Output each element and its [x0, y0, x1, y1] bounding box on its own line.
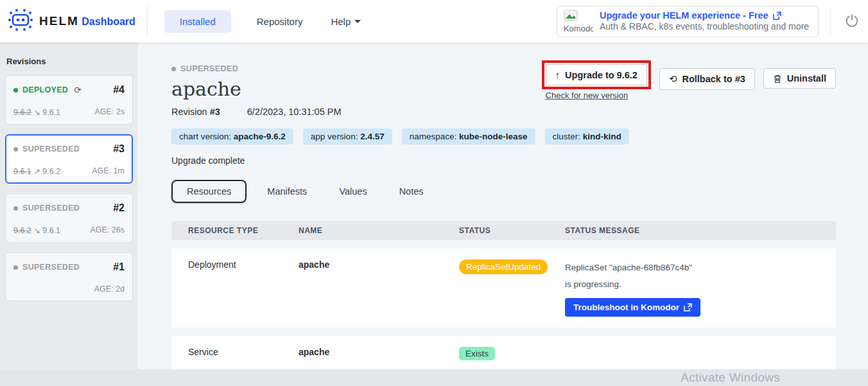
- rollback-button[interactable]: ⟲ Rollback to #3: [659, 68, 755, 90]
- app-version-badge: app version: 2.4.57: [303, 128, 392, 145]
- release-status-text: Upgrade complete: [171, 155, 836, 166]
- komodor-alt-text: Komodor: [564, 24, 593, 33]
- uninstall-button[interactable]: Uninstall: [763, 68, 836, 89]
- old-version: 9.6.2: [13, 226, 31, 235]
- namespace-badge: namespace: kube-node-lease: [402, 128, 535, 145]
- status-dot: [171, 67, 176, 71]
- chart-version-badge: chart version: apache-9.6.2: [171, 128, 293, 145]
- version-change: 9.6.1 ↗ 9.6.2: [13, 166, 60, 176]
- resources-table: RESOURCE TYPE NAME STATUS STATUS MESSAGE…: [171, 221, 836, 369]
- header-divider: [830, 8, 831, 35]
- revision-age: AGE: 2s: [94, 107, 125, 117]
- new-version: 9.6.1: [42, 226, 60, 235]
- resource-type: Deployment: [188, 259, 299, 270]
- logo-title: HELM: [39, 14, 79, 28]
- revision-card-2[interactable]: SUPERSEDED #2 9.6.2 ↘ 9.6.1 AGE: 26s: [5, 193, 133, 243]
- header-right: Komodor Upgrade your HELM experience - F…: [557, 6, 868, 37]
- revision-card-1[interactable]: SUPERSEDED #1 AGE: 2d: [5, 252, 133, 301]
- release-head-left: SUPERSEDED apache Revision #3 6/2/2023, …: [171, 64, 342, 117]
- status-dot: [13, 206, 18, 211]
- troubleshoot-button[interactable]: Troubleshoot in Komodor: [565, 298, 700, 317]
- broken-image-icon: [564, 10, 578, 21]
- power-icon: [845, 13, 859, 28]
- new-version: 9.6.2: [42, 167, 60, 176]
- version-change: 9.6.2 ↘ 9.6.1: [13, 107, 60, 117]
- revision-number: #4: [113, 84, 125, 96]
- helm-logo[interactable]: HELM Dashboard: [0, 6, 148, 36]
- top-header: HELM Dashboard Installed Repository Help: [0, 0, 868, 42]
- revision-info: Revision #3: [171, 107, 220, 117]
- table-row: Deployment apache ReplicaSetUpdated Repl…: [171, 249, 836, 328]
- up-arrow-icon: ↑: [555, 69, 560, 80]
- release-actions: ↑ Upgrade to 9.6.2 Check for new version…: [542, 64, 836, 100]
- uninstall-label: Uninstall: [787, 73, 826, 83]
- rollback-icon: ⟲: [669, 73, 677, 85]
- tab-manifests[interactable]: Manifests: [256, 180, 318, 202]
- status-label: SUPERSEDED: [22, 263, 80, 272]
- helm-robot-icon: [8, 8, 33, 35]
- tab-resources[interactable]: Resources: [171, 180, 247, 203]
- main-nav: Installed Repository Help: [164, 10, 363, 33]
- downgrade-arrow-icon: ↘: [33, 108, 40, 117]
- table-row: Service apache Exists: [171, 336, 836, 369]
- release-status-label: SUPERSEDED: [180, 64, 238, 73]
- activate-windows-watermark: Activate Windows: [681, 371, 780, 385]
- banner-title-link[interactable]: Upgrade your HELM experience - Free: [600, 10, 809, 21]
- col-resource-type: RESOURCE TYPE: [188, 226, 299, 235]
- red-annotation-box: ↑ Upgrade to 9.6.2: [542, 60, 651, 89]
- old-version: 9.6.1: [13, 167, 31, 176]
- revision-number: #3: [113, 143, 125, 155]
- tab-values[interactable]: Values: [327, 180, 378, 202]
- status-dot: [13, 88, 18, 92]
- revision-card-3-selected[interactable]: SUPERSEDED #3 9.6.1 ↗ 9.6.2 AGE: 1m: [5, 134, 133, 184]
- revision-number: #2: [113, 202, 125, 214]
- komodor-banner[interactable]: Komodor Upgrade your HELM experience - F…: [557, 6, 819, 37]
- revision-status: SUPERSEDED: [13, 204, 80, 213]
- revisions-sidebar: Revisions DEPLOYED ⟳ #4 9.6.2 ↘ 9.6.1: [0, 42, 138, 369]
- tab-notes[interactable]: Notes: [388, 180, 435, 202]
- banner-subtitle: Auth & RBAC, k8s events, troubleshooting…: [600, 21, 809, 31]
- reload-icon: ⟳: [74, 85, 82, 95]
- status-badge: ReplicaSetUpdated: [459, 259, 548, 274]
- revisions-title: Revisions: [6, 57, 133, 66]
- version-change: 9.6.2 ↘ 9.6.1: [13, 225, 60, 235]
- banner-title-text: Upgrade your HELM experience - Free: [600, 10, 768, 21]
- status-dot: [13, 147, 18, 152]
- revision-card-4[interactable]: DEPLOYED ⟳ #4 9.6.2 ↘ 9.6.1 AGE: 2s: [5, 75, 133, 125]
- status-label: SUPERSEDED: [22, 204, 80, 213]
- upgrade-arrow-icon: ↗: [33, 167, 40, 176]
- nav-help[interactable]: Help: [328, 10, 363, 33]
- check-new-version-link[interactable]: Check for new version: [546, 91, 629, 100]
- revision-number: #1: [113, 261, 125, 273]
- revision-status: SUPERSEDED: [13, 145, 80, 154]
- resource-type: Service: [188, 347, 299, 357]
- release-detail: SUPERSEDED apache Revision #3 6/2/2023, …: [138, 42, 868, 369]
- new-version: 9.6.1: [42, 108, 60, 117]
- troubleshoot-label: Troubleshoot in Komodor: [573, 303, 679, 312]
- revision-age: AGE: 1m: [92, 166, 125, 176]
- resource-name: apache: [299, 347, 459, 357]
- table-header: RESOURCE TYPE NAME STATUS STATUS MESSAGE: [171, 221, 836, 240]
- revision-number: #3: [210, 107, 220, 117]
- release-badges: chart version: apache-9.6.2 app version:…: [171, 128, 836, 145]
- col-status: STATUS: [459, 226, 565, 235]
- resource-name: apache: [299, 259, 459, 270]
- upgrade-button[interactable]: ↑ Upgrade to 9.6.2: [546, 64, 647, 85]
- helm-dashboard-app: HELM Dashboard Installed Repository Help: [0, 0, 868, 386]
- shutdown-button[interactable]: [842, 11, 862, 32]
- revision-label: Revision: [171, 107, 207, 117]
- revision-status: SUPERSEDED: [13, 263, 80, 272]
- old-version: 9.6.2: [13, 108, 31, 117]
- revision-status: DEPLOYED ⟳: [13, 85, 82, 95]
- nav-repository[interactable]: Repository: [254, 10, 306, 33]
- external-link-icon: [773, 12, 781, 20]
- logo-subtitle: Dashboard: [82, 16, 135, 27]
- rollback-label: Rollback to #3: [682, 74, 745, 84]
- col-name: NAME: [299, 226, 459, 235]
- status-label: SUPERSEDED: [22, 145, 80, 154]
- status-dot: [13, 265, 18, 270]
- external-link-icon: [684, 303, 692, 311]
- status-badge: Exists: [459, 347, 495, 360]
- col-status-message: STATUS MESSAGE: [565, 226, 836, 235]
- nav-installed[interactable]: Installed: [164, 10, 231, 33]
